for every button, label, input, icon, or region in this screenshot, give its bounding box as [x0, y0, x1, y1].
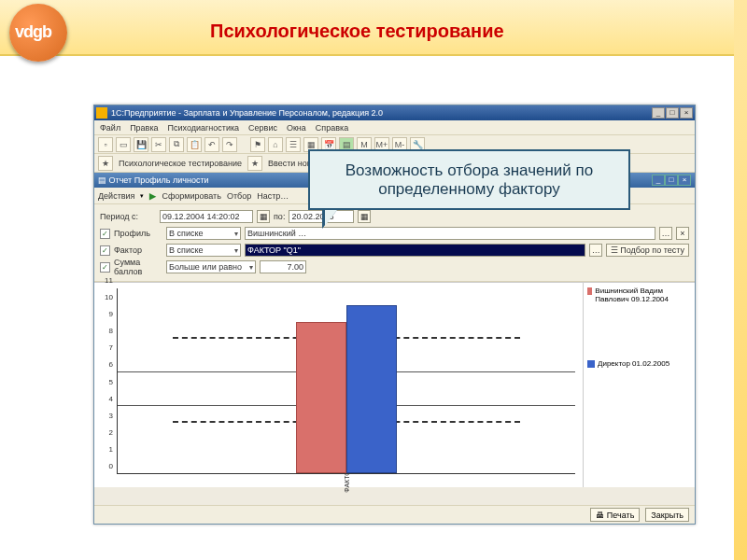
nav-link-testing[interactable]: Психологическое тестирование	[116, 159, 245, 168]
legend-text: Вишнинский Вадим Павлович 09.12.2004	[595, 287, 691, 303]
bar-series-1	[346, 305, 397, 473]
filter-panel: Период с: 09.12.2004 14:20:02 ▦ по: 20.0…	[94, 204, 695, 282]
factor-mode-select[interactable]: В списке▾	[166, 244, 241, 257]
clear-icon[interactable]: ×	[676, 227, 689, 240]
close-button[interactable]: ×	[680, 107, 693, 119]
report-close[interactable]: ×	[678, 175, 691, 186]
footer-bar: 🖶Печать Закрыть	[94, 505, 695, 524]
chart-area: 01234567891011 ФАКТОР "Q1" Вишнинский Ва…	[94, 282, 695, 487]
cut-icon[interactable]: ✂	[151, 137, 166, 152]
legend-text: Директор 01.02.2005	[598, 359, 669, 368]
maximize-button[interactable]: □	[666, 107, 679, 119]
run-icon: ▶	[149, 191, 156, 201]
app-icon	[96, 107, 107, 119]
redo-icon[interactable]: ↷	[222, 137, 237, 152]
tool-icon[interactable]: ⚑	[250, 137, 265, 152]
menu-windows[interactable]: Окна	[287, 123, 306, 133]
chart-plot: 01234567891011 ФАКТОР "Q1"	[94, 283, 583, 487]
chart-legend: Вишнинский Вадим Павлович 09.12.2004 Дир…	[583, 283, 695, 487]
tool-icon[interactable]: ⌂	[268, 137, 283, 152]
y-axis: 01234567891011	[96, 288, 115, 474]
star-icon[interactable]: ★	[247, 156, 262, 171]
paste-icon[interactable]: 📋	[187, 137, 202, 152]
profile-mode-select[interactable]: В списке▾	[166, 227, 241, 240]
minimize-button[interactable]: _	[652, 107, 665, 119]
window-title: 1С:Предприятие - Зарплата и Управление П…	[111, 108, 652, 118]
chart-grid: ФАКТОР "Q1"	[117, 288, 575, 474]
undo-icon[interactable]: ↶	[204, 137, 219, 152]
profile-label: Профиль	[114, 229, 162, 238]
new-icon[interactable]: ▫	[98, 137, 113, 152]
more-icon[interactable]: …	[659, 227, 672, 240]
sum-label: Сумма баллов	[114, 258, 162, 276]
menu-edit[interactable]: Правка	[130, 123, 158, 133]
slide-title: Психологическое тестирование	[210, 21, 504, 42]
star-icon[interactable]: ★	[98, 156, 113, 171]
filter-button[interactable]: Отбор	[227, 191, 251, 201]
callout-tail	[325, 210, 337, 226]
menu-help[interactable]: Справка	[316, 123, 348, 133]
copy-icon[interactable]: ⧉	[169, 137, 184, 152]
form-button[interactable]: Сформировать	[162, 191, 220, 201]
report-min[interactable]: _	[652, 175, 665, 186]
actions-menu[interactable]: Действия	[98, 191, 134, 201]
factor-checkbox[interactable]: ✓	[100, 245, 110, 256]
menu-psycho[interactable]: Психодиагностика	[168, 123, 240, 133]
bar-series-0	[296, 322, 346, 473]
more-icon[interactable]: …	[589, 244, 602, 257]
tool-icon[interactable]: ☰	[286, 137, 301, 152]
logo-text: vdgb	[15, 22, 51, 42]
callout-box: Возможность отбора значений по определен…	[308, 149, 630, 210]
legend-item: Вишнинский Вадим Павлович 09.12.2004	[587, 287, 691, 303]
factor-label: Фактор	[114, 245, 162, 255]
open-icon[interactable]: ▭	[116, 137, 131, 152]
callout-text: Возможность отбора значений по определен…	[319, 161, 619, 199]
report-max[interactable]: □	[665, 175, 678, 186]
profile-value-input[interactable]: Вишнинский …	[245, 227, 655, 240]
sum-value-input[interactable]: 7.00	[260, 260, 306, 273]
sum-mode-select[interactable]: Больше или равно▾	[166, 260, 256, 273]
test-picker-button[interactable]: ☰Подбор по тесту	[606, 244, 689, 257]
print-button[interactable]: 🖶Печать	[590, 508, 640, 522]
profile-checkbox[interactable]: ✓	[100, 229, 110, 239]
logo: vdgb	[9, 4, 67, 62]
period-to-label: по:	[274, 212, 285, 221]
period-label: Период с:	[100, 212, 156, 221]
side-strip	[734, 0, 747, 560]
date-picker-icon[interactable]: ▦	[257, 210, 270, 223]
legend-item: Директор 01.02.2005	[587, 359, 691, 368]
slide-header: vdgb Психологическое тестирование	[0, 0, 747, 56]
printer-icon: 🖶	[596, 511, 604, 520]
titlebar: 1С:Предприятие - Зарплата и Управление П…	[94, 105, 695, 120]
settings-button[interactable]: Настр…	[257, 191, 289, 201]
close-report-button[interactable]: Закрыть	[645, 508, 689, 522]
date-picker-icon[interactable]: ▦	[358, 210, 371, 223]
save-icon[interactable]: 💾	[134, 137, 148, 152]
menu-service[interactable]: Сервис	[248, 123, 277, 133]
factor-value-input[interactable]: ФАКТОР "Q1"	[245, 244, 585, 257]
sum-checkbox[interactable]: ✓	[100, 262, 110, 273]
menu-file[interactable]: Файл	[100, 123, 120, 133]
report-title: Отчет Профиль личности	[109, 175, 209, 185]
period-from-input[interactable]: 09.12.2004 14:20:02	[160, 210, 253, 223]
menubar: Файл Правка Психодиагностика Сервис Окна…	[94, 120, 695, 135]
doc-icon: ▤	[98, 175, 106, 185]
legend-swatch-red	[587, 287, 592, 295]
legend-swatch-blue	[587, 360, 595, 368]
